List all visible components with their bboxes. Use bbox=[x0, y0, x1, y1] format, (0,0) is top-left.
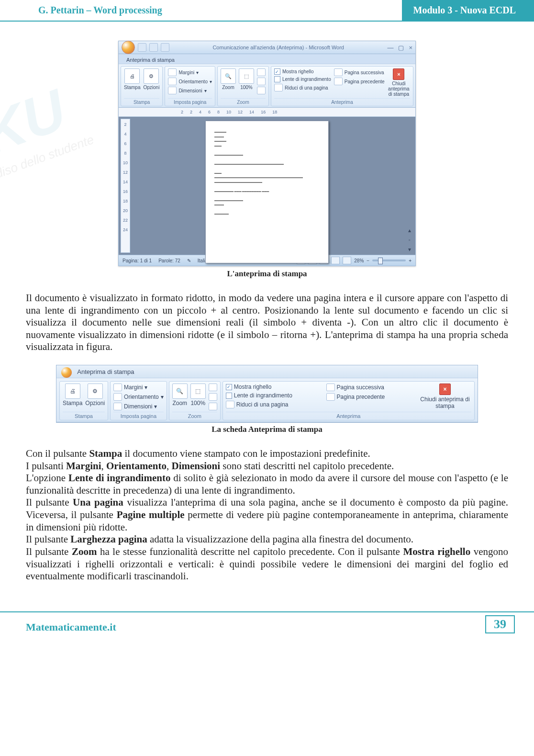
term-una-pagina: Una pagina bbox=[73, 496, 123, 508]
vertical-ruler[interactable]: 2 4 6 8 10 12 14 16 18 20 22 24 bbox=[121, 119, 130, 253]
view-outline-icon[interactable] bbox=[331, 257, 340, 264]
mostra-righello-checkbox[interactable]: ✓Mostra righello bbox=[274, 68, 314, 75]
one-page-icon[interactable] bbox=[257, 68, 266, 76]
one-page-icon-2[interactable] bbox=[209, 384, 217, 391]
proofing-icon[interactable]: ✎ bbox=[187, 258, 191, 263]
zoom-100-icon[interactable]: ⬚ bbox=[239, 68, 254, 84]
orientamento-button-2[interactable]: Orientamento ▾ bbox=[113, 393, 164, 401]
lente-checkbox[interactable]: Lente di ingrandimento bbox=[274, 76, 331, 82]
orientation-icon bbox=[168, 78, 177, 85]
next-arrow-icon[interactable]: ▾ bbox=[408, 246, 411, 253]
zoom-slider[interactable] bbox=[372, 260, 406, 261]
figure1-caption: L'anteprima di stampa bbox=[26, 269, 508, 279]
qat-redo-icon[interactable] bbox=[161, 43, 169, 52]
riduci-button[interactable]: Riduci di una pagina bbox=[274, 84, 328, 91]
orientation-icon-2 bbox=[113, 393, 122, 401]
printer-icon-2[interactable]: 🖨 bbox=[65, 384, 80, 399]
office-button[interactable] bbox=[122, 41, 135, 54]
zoom-100-button-2[interactable]: 100% bbox=[190, 400, 205, 406]
group-label-zoom: Zoom bbox=[221, 98, 266, 105]
group-label-anteprima: Anteprima bbox=[274, 98, 410, 105]
magnifier-icon-2[interactable]: 🔍 bbox=[172, 384, 188, 399]
watermark-logo: SKU bbox=[0, 77, 74, 179]
chiudi-anteprima-button-2[interactable]: Chiudi anteprima di stampa bbox=[419, 396, 471, 409]
pagina-successiva-button[interactable]: Pagina successiva bbox=[334, 68, 384, 76]
checkbox-checked-icon: ✓ bbox=[274, 68, 280, 75]
next-page-icon-2 bbox=[326, 384, 335, 391]
minimize-icon[interactable]: — bbox=[387, 44, 393, 51]
group-label-imposta: Imposta pagina bbox=[168, 98, 212, 105]
two-pages-icon[interactable] bbox=[257, 78, 266, 85]
status-page[interactable]: Pagina: 1 di 1 bbox=[122, 258, 152, 263]
page-preview[interactable]: ▬▬▬▬▬▬▬▬▬▬▬▬▬▬▬▬▬▬▬▬▬▬▬▬▬▬▬▬▬▬▬▬▬▬▬▬▬▬▬▬… bbox=[205, 121, 329, 263]
zoom-out-icon[interactable]: − bbox=[367, 258, 369, 263]
quick-access-toolbar bbox=[138, 43, 169, 52]
term-pagine-multiple: Pagine multiple bbox=[117, 509, 185, 520]
zoom-button[interactable]: Zoom bbox=[222, 85, 234, 90]
qat-save-icon[interactable] bbox=[138, 43, 146, 52]
pagina-successiva-button-2[interactable]: Pagina successiva bbox=[326, 384, 384, 391]
close-icon[interactable]: × bbox=[409, 44, 412, 51]
two-pages-icon-2[interactable] bbox=[209, 393, 217, 401]
group-label-imposta-2: Imposta pagina bbox=[113, 412, 164, 419]
page-width-icon[interactable] bbox=[257, 87, 266, 94]
magnifier-icon[interactable]: 🔍 bbox=[221, 68, 236, 84]
riduci-button-2[interactable]: Riduci di una pagina bbox=[226, 401, 289, 408]
ribbon-group-imposta: Margini ▾ Orientamento ▾ Dimensioni ▾ Im… bbox=[165, 66, 215, 106]
mostra-righello-checkbox-2[interactable]: ✓Mostra righello bbox=[226, 384, 272, 390]
ribbon-group-zoom: 🔍Zoom ⬚100% Zoom bbox=[217, 66, 269, 106]
shrink-icon bbox=[274, 84, 283, 91]
zoom-in-icon[interactable]: + bbox=[409, 258, 412, 263]
checkbox-icon bbox=[274, 76, 280, 82]
view-draft-icon[interactable] bbox=[343, 257, 351, 264]
ribbon-group-anteprima: ✓Mostra righello Lente di ingrandimento … bbox=[271, 66, 413, 106]
zoom-100-icon-2[interactable]: ⬚ bbox=[190, 384, 206, 399]
options-button-2[interactable]: Opzioni bbox=[85, 400, 105, 406]
page-header: G. Pettarin – Word processing Modulo 3 -… bbox=[0, 0, 534, 22]
scroll-nav: ▴ ◦ ▾ bbox=[406, 119, 413, 253]
window-controls: — ▢ × bbox=[387, 44, 412, 51]
ribbon-strip-figure: Anteprima di stampa 🖨Stampa ⚙Opzioni Sta… bbox=[56, 365, 478, 423]
print-button[interactable]: Stampa bbox=[124, 85, 140, 90]
orientamento-button[interactable]: Orientamento ▾ bbox=[168, 78, 212, 85]
horizontal-ruler[interactable]: 2 2 4 6 8 10 12 14 16 18 bbox=[119, 108, 415, 117]
browse-object-icon[interactable]: ◦ bbox=[409, 237, 411, 243]
qat-undo-icon[interactable] bbox=[149, 43, 158, 52]
prev-arrow-icon[interactable]: ▴ bbox=[408, 227, 411, 234]
zoom-button-2[interactable]: Zoom bbox=[172, 400, 187, 406]
term-lente: Lente di ingrandimento bbox=[68, 472, 170, 484]
tab-print-preview-2[interactable]: Anteprima di stampa bbox=[73, 367, 138, 376]
maximize-icon[interactable]: ▢ bbox=[398, 44, 404, 51]
document-pane[interactable]: 2 4 6 8 10 12 14 16 18 20 22 24 ▬▬▬▬▬▬▬▬… bbox=[119, 117, 415, 255]
options-button[interactable]: Opzioni bbox=[143, 85, 159, 90]
ribbon-group-stampa: 🖨 Stampa ⚙ Opzioni Stampa bbox=[121, 66, 163, 106]
pagina-precedente-button-2[interactable]: Pagina precedente bbox=[326, 393, 385, 401]
term-orientamento: Orientamento bbox=[106, 460, 167, 472]
status-words[interactable]: Parole: 72 bbox=[158, 258, 180, 263]
pagina-precedente-button[interactable]: Pagina precedente bbox=[334, 78, 385, 85]
options-icon[interactable]: ⚙ bbox=[144, 68, 159, 84]
zoom-100-button[interactable]: 100% bbox=[240, 85, 253, 90]
chiudi-anteprima-button[interactable]: Chiudi anteprima di stampa bbox=[388, 81, 410, 97]
dimensioni-button[interactable]: Dimensioni ▾ bbox=[168, 87, 206, 94]
ribbon2-group-anteprima: ✓Mostra righello Lente di ingrandimento … bbox=[222, 381, 475, 420]
status-zoom[interactable]: 28% bbox=[354, 258, 364, 263]
group-label-stampa-2: Stampa bbox=[63, 412, 105, 419]
page-width-icon-2[interactable] bbox=[209, 403, 217, 410]
next-page-icon bbox=[334, 68, 343, 76]
lente-checkbox-2[interactable]: Lente di ingrandimento bbox=[226, 392, 292, 399]
tab-print-preview[interactable]: Anteprima di stampa bbox=[122, 56, 178, 64]
header-right: Modulo 3 - Nuova ECDL bbox=[402, 0, 534, 21]
options-icon-2[interactable]: ⚙ bbox=[88, 384, 103, 399]
printer-icon[interactable]: 🖨 bbox=[124, 68, 140, 84]
close-preview-icon-2[interactable]: × bbox=[439, 384, 451, 395]
print-button-2[interactable]: Stampa bbox=[63, 400, 82, 406]
titlebar: Comunicazione all'azienda (Anteprima) - … bbox=[119, 41, 415, 54]
margini-button-2[interactable]: Margini ▾ bbox=[113, 384, 147, 391]
dimensioni-button-2[interactable]: Dimensioni ▾ bbox=[113, 403, 157, 410]
margini-button[interactable]: Margini ▾ bbox=[168, 68, 199, 76]
margins-icon bbox=[168, 68, 177, 76]
footer-page-number: 39 bbox=[485, 615, 515, 633]
office-button-small[interactable] bbox=[61, 367, 72, 378]
close-preview-icon[interactable]: × bbox=[393, 68, 404, 80]
